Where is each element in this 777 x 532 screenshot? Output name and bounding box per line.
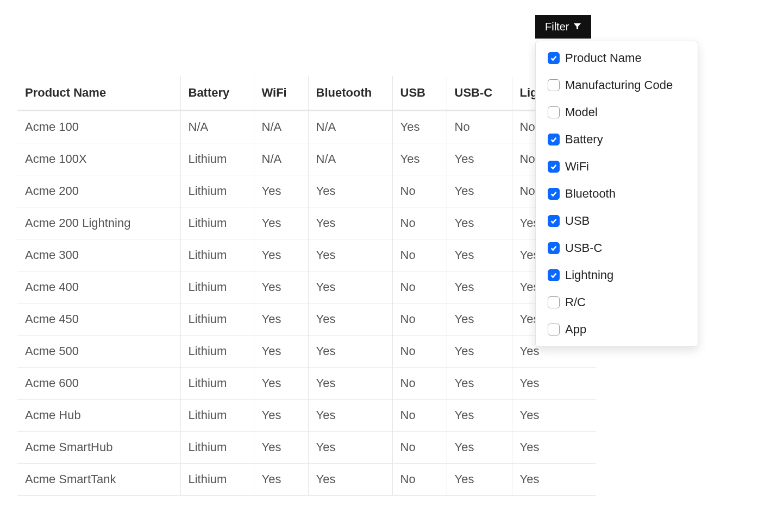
checkbox[interactable]	[548, 269, 560, 281]
table-cell: Yes	[308, 368, 392, 400]
table-cell: Yes	[254, 335, 308, 368]
table-cell: Acme 600	[17, 368, 180, 400]
table-cell: Yes	[447, 464, 512, 496]
table-cell: No	[447, 111, 512, 143]
table-cell: Yes	[447, 143, 512, 175]
data-table: Product NameBatteryWiFiBluetoothUSBUSB-C…	[17, 76, 596, 496]
table-row: Acme SmartTankLithiumYesYesNoYesYes	[17, 464, 596, 496]
table-cell: Acme 500	[17, 335, 180, 368]
filter-option-label: USB-C	[565, 241, 602, 255]
table-cell: Yes	[308, 303, 392, 335]
filter-option-label: Model	[565, 105, 598, 119]
table-cell: Yes	[254, 239, 308, 271]
checkbox[interactable]	[548, 161, 560, 173]
table-row: Acme HubLithiumYesYesNoYesYes	[17, 400, 596, 432]
table-cell: Yes	[308, 271, 392, 303]
column-header[interactable]: Battery	[180, 76, 254, 111]
table-cell: Yes	[254, 432, 308, 464]
table-cell: Lithium	[180, 432, 254, 464]
filter-option[interactable]: Product Name	[548, 51, 686, 65]
checkbox[interactable]	[548, 296, 560, 308]
table-row: Acme 600LithiumYesYesNoYesYes	[17, 368, 596, 400]
table-cell: Acme SmartTank	[17, 464, 180, 496]
table-cell: Yes	[447, 207, 512, 239]
filter-option-label: Bluetooth	[565, 187, 616, 201]
table-cell: Yes	[254, 368, 308, 400]
filter-option[interactable]: Manufacturing Code	[548, 78, 686, 92]
table-cell: No	[392, 239, 447, 271]
checkbox[interactable]	[548, 52, 560, 64]
filter-option[interactable]: Battery	[548, 132, 686, 147]
filter-option[interactable]: WiFi	[548, 160, 686, 174]
table-cell: No	[392, 335, 447, 368]
filter-option[interactable]: R/C	[548, 295, 686, 309]
table-cell: N/A	[254, 143, 308, 175]
filter-option-label: Battery	[565, 132, 603, 147]
table-row: Acme 200LithiumYesYesNoYesNo	[17, 175, 596, 207]
table-cell: Yes	[447, 271, 512, 303]
table-cell: Yes	[308, 207, 392, 239]
table-cell: Yes	[392, 143, 447, 175]
table-cell: Yes	[308, 239, 392, 271]
table-header-row: Product NameBatteryWiFiBluetoothUSBUSB-C…	[17, 76, 596, 111]
column-header[interactable]: WiFi	[254, 76, 308, 111]
table-cell: Yes	[447, 303, 512, 335]
table-row: Acme 100N/AN/AN/AYesNoNo	[17, 111, 596, 143]
table-row: Acme 450LithiumYesYesNoYesYes	[17, 303, 596, 335]
table-cell: No	[392, 464, 447, 496]
table-cell: Yes	[308, 400, 392, 432]
table-cell: Lithium	[180, 143, 254, 175]
filter-option[interactable]: App	[548, 322, 686, 337]
table-row: Acme 100XLithiumN/AN/AYesYesNo	[17, 143, 596, 175]
column-header[interactable]: USB-C	[447, 76, 512, 111]
filter-option-label: Product Name	[565, 51, 642, 65]
table-cell: No	[392, 400, 447, 432]
table-cell: Yes	[447, 335, 512, 368]
table-cell: Lithium	[180, 239, 254, 271]
filter-dropdown: Product NameManufacturing CodeModelBatte…	[535, 41, 698, 347]
filter-button[interactable]: Filter	[535, 15, 591, 39]
table-cell: Yes	[512, 400, 596, 432]
table-cell: Yes	[308, 432, 392, 464]
checkbox[interactable]	[548, 79, 560, 91]
table-cell: Acme SmartHub	[17, 432, 180, 464]
table-cell: Yes	[512, 368, 596, 400]
table-cell: No	[392, 432, 447, 464]
table-cell: No	[392, 271, 447, 303]
table-cell: Lithium	[180, 303, 254, 335]
checkbox[interactable]	[548, 106, 560, 118]
checkbox[interactable]	[548, 242, 560, 254]
table-cell: Acme 400	[17, 271, 180, 303]
filter-option-label: Lightning	[565, 268, 613, 282]
table-cell: Lithium	[180, 335, 254, 368]
column-header[interactable]: USB	[392, 76, 447, 111]
table-cell: Yes	[308, 175, 392, 207]
table-cell: N/A	[308, 143, 392, 175]
table-cell: N/A	[254, 111, 308, 143]
table-cell: Lithium	[180, 464, 254, 496]
table-cell: Acme 200	[17, 175, 180, 207]
table-cell: Yes	[447, 175, 512, 207]
column-header[interactable]: Product Name	[17, 76, 180, 111]
filter-option[interactable]: Lightning	[548, 268, 686, 282]
checkbox[interactable]	[548, 188, 560, 200]
table-row: Acme 300LithiumYesYesNoYesYes	[17, 239, 596, 271]
checkbox[interactable]	[548, 324, 560, 335]
checkbox[interactable]	[548, 134, 560, 145]
table-body: Acme 100N/AN/AN/AYesNoNoAcme 100XLithium…	[17, 111, 596, 496]
checkbox[interactable]	[548, 215, 560, 227]
filter-option[interactable]: Model	[548, 105, 686, 119]
table-cell: Lithium	[180, 368, 254, 400]
column-header[interactable]: Bluetooth	[308, 76, 392, 111]
filter-icon	[573, 21, 581, 33]
filter-option[interactable]: USB	[548, 214, 686, 228]
filter-option[interactable]: Bluetooth	[548, 187, 686, 201]
table-cell: Yes	[447, 400, 512, 432]
table-cell: Acme 450	[17, 303, 180, 335]
filter-option[interactable]: USB-C	[548, 241, 686, 255]
table-cell: No	[392, 175, 447, 207]
table-cell: Yes	[254, 207, 308, 239]
table-row: Acme 400LithiumYesYesNoYesYes	[17, 271, 596, 303]
table-cell: Acme 200 Lightning	[17, 207, 180, 239]
table-row: Acme 200 LightningLithiumYesYesNoYesYes	[17, 207, 596, 239]
